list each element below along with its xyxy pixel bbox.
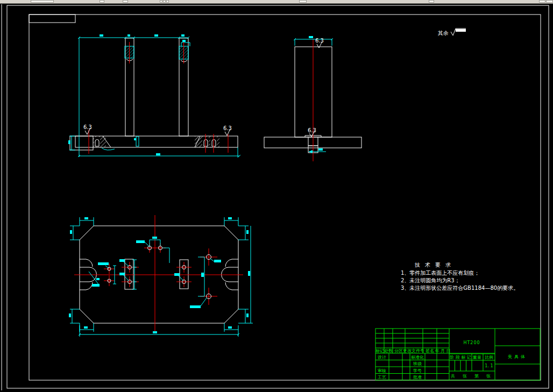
plan-view — [69, 215, 253, 337]
roughness-boss: 6.3 — [308, 127, 316, 137]
header-cell: 处数 — [384, 348, 393, 353]
roughness-value: 6.3 — [315, 38, 324, 44]
roughness-left: 6.3 — [83, 124, 92, 134]
sheet-unit: 张 — [463, 374, 467, 379]
sheet-index-label: 第 — [474, 374, 479, 379]
roughness-value-blob — [456, 29, 466, 32]
part-name: 夹具体 — [508, 354, 527, 359]
tech-requirements: 技 术 要 求 1、零件加工表面上不应有划痕； 2、未注明圆角均为R3； 3、未… — [401, 262, 519, 291]
tech-req-item: 2、未注明圆角均为R3； — [401, 277, 460, 283]
base-left-step — [70, 136, 93, 150]
approve-label: 批准 — [413, 375, 422, 380]
weight-label: 重量 — [472, 355, 481, 360]
material: HT200 — [463, 340, 480, 345]
roughness-check-icon — [451, 28, 456, 35]
roughness-value: 6.3 — [223, 125, 232, 131]
drawing-frame — [2, 4, 549, 390]
header-cell: 年 月 日 — [435, 348, 450, 353]
design-label: 设计 — [378, 355, 386, 360]
roughness-value: 6.3 — [308, 127, 316, 133]
standard-label: 标准化 — [411, 355, 424, 360]
tech-req-item: 3、未注明形状公差应符合GB1184—80的要求。 — [401, 285, 519, 291]
header-cell: 标记 — [375, 348, 384, 353]
check-label: 审核 — [378, 368, 386, 373]
frame-label-box — [29, 15, 75, 23]
scale-label: 比例 — [485, 355, 493, 360]
outer-border — [7, 5, 549, 388]
roughness-value: 6.3 — [83, 124, 92, 130]
title-block: 标记 处数 分区 更改文件号 签名 年 月 日 设计 标准化 班级 审核 学号 … — [375, 329, 540, 380]
cad-window: 其余 — [0, 0, 553, 392]
side-view: 6.3 6.3 — [264, 36, 361, 161]
base-left-counterbore — [93, 136, 115, 150]
sheet-total-label: 共 — [451, 374, 455, 379]
tech-req-title: 技 术 要 求 — [415, 262, 453, 268]
scale-value: 1. 1 — [485, 364, 493, 368]
front-view: 6.3 6.3 — [68, 34, 240, 158]
drawing-canvas[interactable]: 其余 — [0, 0, 553, 392]
header-cell: 更改文件号 — [403, 348, 424, 353]
rest-label: 其余 — [438, 30, 449, 36]
class-label: 班级 — [413, 361, 422, 366]
base-right-counterbore — [195, 136, 219, 147]
process-label: 工艺 — [378, 375, 386, 380]
tech-req-item: 1、零件加工表面上不应有划痕； — [401, 270, 479, 276]
studentno-label: 学号 — [413, 368, 422, 373]
roughness-right: 6.3 — [223, 125, 232, 136]
header-cell: 分区 — [394, 348, 403, 353]
stage-label: 阶 段 标 记 — [450, 355, 471, 360]
roughness-top: 6.3 — [315, 38, 324, 48]
header-cell: 签名 — [426, 348, 434, 353]
inner-border — [29, 15, 541, 380]
sheet-unit: 张 — [486, 374, 491, 379]
surface-note: 其余 — [438, 28, 466, 36]
